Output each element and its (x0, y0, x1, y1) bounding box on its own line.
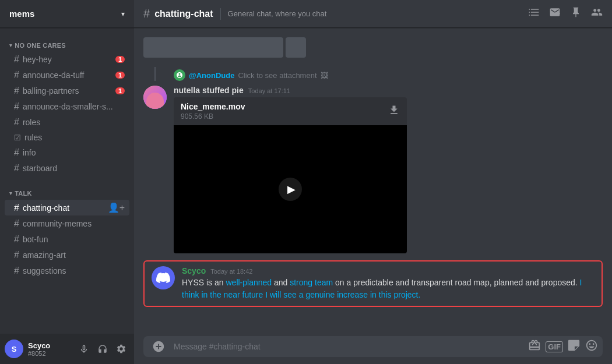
channel-name: roles (23, 118, 125, 127)
channel-name: balling-partners (23, 86, 115, 96)
avatar-container (143, 67, 167, 81)
gift-icon[interactable] (528, 339, 541, 355)
message-author: nutella stuffed pie (174, 86, 244, 95)
sidebar-item-community-memes[interactable]: # community-memes (5, 216, 129, 231)
deafen-button[interactable] (94, 341, 111, 357)
play-button[interactable]: ▶ (279, 178, 302, 201)
category-chevron-icon: ▾ (9, 190, 12, 196)
message-group-nutella: nutella stuffed pie Today at 17:11 Nice_… (143, 86, 603, 253)
message-content: @AnonDude Click to see attachment 🖼 (174, 67, 603, 81)
channel-name: announce-da-smaller-s... (23, 102, 125, 111)
message-group-anondude: @AnonDude Click to see attachment 🖼 (143, 67, 603, 81)
channel-name: announce-da-tuff (23, 70, 115, 80)
sticker-icon[interactable] (568, 339, 581, 355)
message-timestamp: Today at 18:42 (210, 268, 252, 275)
channel-description: General chat, where you chat (228, 9, 327, 18)
category-talk[interactable]: ▾ TALK (0, 181, 134, 199)
sidebar-item-rules[interactable]: ☑ rules (5, 130, 129, 144)
server-header[interactable]: mems ▾ (0, 0, 134, 28)
sidebar-item-balling-partners[interactable]: # balling-partners 1 (5, 83, 129, 98)
badge: 1 (115, 72, 125, 79)
gif-icon[interactable]: GIF (546, 341, 563, 352)
sidebar-item-roles[interactable]: # roles (5, 115, 129, 130)
top-thumbnail-area (143, 37, 603, 58)
message-header: Scyco Today at 18:42 (182, 266, 595, 275)
emoji-icon[interactable] (585, 339, 598, 355)
video-preview[interactable]: ▶ (174, 125, 407, 253)
message-author: Scyco (182, 266, 206, 275)
hash-icon: # (14, 163, 19, 174)
channel-name: starboard (23, 164, 125, 173)
scyco-avatar (152, 266, 175, 289)
hash-icon: # (14, 101, 19, 112)
category-no-one-cares[interactable]: ▾ NO ONE CARES (0, 33, 134, 51)
hash-icon: # (14, 266, 19, 276)
channel-name: hey-hey (23, 55, 115, 64)
message-text: HYSS is an well-planned and strong team … (182, 277, 595, 301)
message-header: nutella stuffed pie Today at 17:11 (174, 86, 603, 95)
message-input-wrapper: GIF (143, 336, 603, 357)
members-icon[interactable] (591, 6, 603, 21)
video-info: Nice_meme.mov 905.56 KB (181, 102, 245, 121)
play-icon: ▶ (287, 183, 296, 196)
sidebar-item-announce-da-tuff[interactable]: # announce-da-tuff 1 (5, 68, 129, 83)
category-chevron-icon: ▾ (9, 43, 12, 48)
channels-icon[interactable] (528, 6, 540, 21)
video-header: Nice_meme.mov 905.56 KB (174, 97, 407, 125)
channels-list: ▾ NO ONE CARES # hey-hey 1 # announce-da… (0, 28, 134, 334)
hash-icon: # (14, 218, 19, 229)
anondude-avatar-small (174, 69, 185, 81)
image-icon: 🖼 (321, 71, 328, 80)
message-content: nutella stuffed pie Today at 17:11 Nice_… (174, 86, 603, 253)
channel-name: chatting-chat (23, 203, 105, 213)
channel-header: # chatting-chat General chat, where you … (134, 0, 612, 28)
input-right-actions: GIF (528, 339, 598, 355)
video-size: 905.56 KB (181, 112, 245, 121)
message-inner: Scyco Today at 18:42 HYSS is an well-pla… (152, 266, 595, 301)
message-input-area: GIF (134, 329, 612, 364)
add-user-icon[interactable]: 👤+ (108, 202, 125, 213)
hash-icon: # (14, 54, 19, 65)
message-group-scyco-highlighted: Scyco Today at 18:42 HYSS is an well-pla… (143, 260, 603, 307)
avatar-container (152, 266, 175, 301)
badge: 1 (115, 87, 125, 94)
sidebar-item-bot-fun[interactable]: # bot-fun (5, 232, 129, 247)
message-timestamp: Today at 17:11 (248, 87, 290, 94)
sidebar-item-amazing-art[interactable]: # amazing-art (5, 248, 129, 263)
mute-button[interactable] (76, 341, 92, 357)
nutella-avatar (143, 86, 167, 109)
notification-icon[interactable] (549, 6, 561, 21)
badge: 1 (115, 56, 125, 63)
sidebar-item-announce-da-smaller[interactable]: # announce-da-smaller-s... (5, 99, 129, 114)
sidebar-item-starboard[interactable]: # starboard (5, 161, 129, 176)
checkbox-icon: ☑ (14, 133, 21, 142)
user-actions (76, 341, 129, 357)
text-normal: and (272, 278, 290, 287)
channel-hash-icon: # (143, 7, 150, 20)
sidebar-item-chatting-chat[interactable]: # chatting-chat 👤+ (5, 200, 129, 215)
hash-icon: # (14, 70, 19, 80)
add-attachment-button[interactable] (148, 336, 169, 357)
category-label: NO ONE CARES (15, 42, 66, 49)
header-actions (528, 6, 603, 21)
messages-area[interactable]: @AnonDude Click to see attachment 🖼 nute… (134, 28, 612, 329)
sidebar-item-info[interactable]: # info (5, 145, 129, 160)
message-input[interactable] (169, 336, 528, 357)
chevron-down-icon: ▾ (121, 10, 125, 18)
sidebar-item-hey-hey[interactable]: # hey-hey 1 (5, 52, 129, 67)
text-normal: HYSS is an (182, 278, 226, 287)
user-area: S Scyco #8052 (0, 334, 134, 364)
text-highlight: strong team (290, 278, 333, 287)
video-attachment: Nice_meme.mov 905.56 KB ▶ (174, 97, 407, 253)
channel-name: rules (24, 133, 125, 142)
download-icon[interactable] (388, 104, 400, 119)
category-label: TALK (15, 190, 31, 197)
avatar: S (5, 340, 23, 358)
settings-button[interactable] (113, 341, 129, 357)
hash-icon: # (14, 250, 19, 260)
hash-icon: # (14, 117, 19, 128)
hash-icon: # (14, 203, 19, 213)
pin-icon[interactable] (570, 6, 582, 21)
sidebar-item-suggestions[interactable]: # suggestions (5, 263, 129, 278)
click-to-see-attachment[interactable]: Click to see attachment (238, 71, 316, 80)
